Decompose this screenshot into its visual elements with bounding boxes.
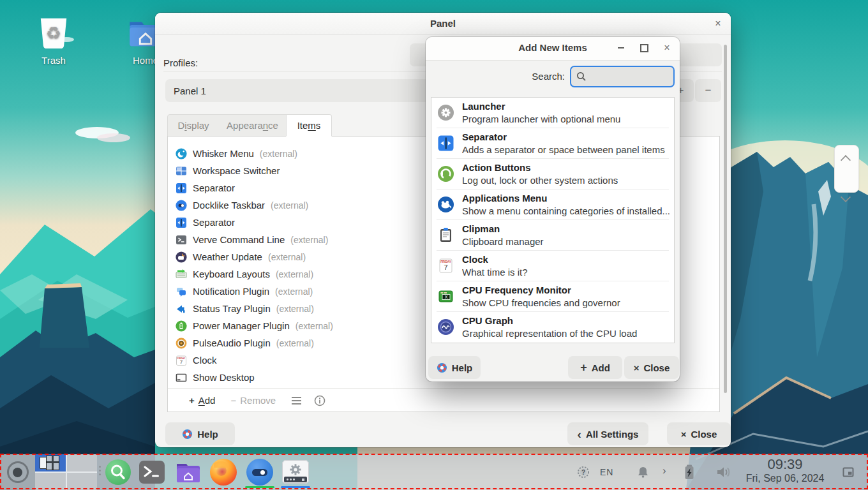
move-down-button[interactable] — [835, 168, 858, 191]
svg-text:7: 7 — [444, 264, 447, 271]
close-icon: × — [664, 42, 670, 53]
reorder-items-button[interactable] — [291, 396, 302, 405]
docklike-app-button[interactable] — [246, 459, 273, 486]
updates-question-icon[interactable]: ? — [576, 465, 590, 479]
weather-update-icon — [176, 251, 187, 263]
close-icon: × — [681, 429, 687, 440]
record-tile[interactable] — [0, 454, 35, 490]
info-icon[interactable] — [314, 395, 326, 406]
expander-chevron-icon[interactable]: › — [662, 464, 666, 477]
close-icon: × — [715, 18, 721, 29]
panel-titlebar[interactable]: Panel × — [155, 13, 731, 35]
dialog-item-cpu-frequency-monitor[interactable]: X CPU Frequency Monitor Show CPU frequen… — [431, 281, 674, 312]
mini-window — [46, 456, 59, 470]
help-lifebuoy-icon — [182, 429, 193, 440]
file-manager-button[interactable] — [175, 459, 202, 486]
notifications-bell-icon[interactable] — [637, 466, 649, 479]
dialog-close-footer-button[interactable]: × Close — [624, 356, 679, 379]
window-scrollbar[interactable] — [722, 41, 728, 424]
cpu-frequency-monitor-icon: X — [437, 288, 454, 305]
docklike-taskbar-icon — [176, 200, 187, 211]
minimize-icon — [618, 47, 624, 48]
tab-appearance[interactable]: Appearance — [219, 114, 287, 137]
show-desktop-button[interactable] — [842, 467, 854, 477]
close-icon: × — [634, 362, 640, 373]
svg-text:♻: ♻ — [46, 24, 61, 43]
tab-display[interactable]: Display — [167, 114, 220, 137]
terminal-button[interactable] — [138, 459, 165, 486]
minimize-button[interactable] — [615, 41, 627, 54]
dialog-help-button[interactable]: Help — [428, 356, 481, 379]
dialog-item-separator[interactable]: Separator Adds a separator or space betw… — [431, 128, 674, 159]
pulseaudio-plugin-icon — [176, 338, 187, 349]
plus-icon: + — [580, 361, 587, 375]
plus-icon: + — [189, 395, 195, 406]
show-desktop-icon — [176, 372, 187, 383]
dialog-item-action-buttons[interactable]: Action Buttons Log out, lock or other sy… — [431, 159, 674, 189]
tab-items[interactable]: Items — [286, 114, 332, 137]
docklike-icon — [252, 469, 267, 476]
minus-icon: − — [230, 395, 236, 406]
panel-close-button[interactable]: × — [712, 17, 724, 30]
search-label: Search: — [532, 71, 565, 82]
move-up-button[interactable] — [835, 145, 858, 168]
home-label: Home — [133, 55, 158, 66]
search-field[interactable] — [570, 66, 675, 87]
keyboard-layout-indicator[interactable]: EN — [600, 467, 613, 477]
dialog-close-button[interactable]: × — [661, 41, 673, 54]
settings-manager-button[interactable] — [282, 459, 309, 486]
remove-panel-button[interactable]: − — [695, 79, 721, 102]
power-manager-plugin-icon — [176, 320, 187, 332]
clock[interactable]: 09:39 Fri, Sep 06, 2024 — [734, 457, 836, 485]
applications-menu-icon — [437, 196, 454, 213]
workspace-4[interactable] — [67, 473, 98, 490]
workspace-1-active[interactable] — [35, 454, 66, 471]
remove-item-button[interactable]: − Remove — [230, 395, 276, 406]
notification-plugin-icon — [176, 286, 187, 297]
dialog-item-clock[interactable]: FRIDAY7 Clock What time is it? — [431, 251, 674, 281]
search-input[interactable] — [587, 71, 666, 83]
panel-grip-icon[interactable] — [98, 466, 101, 479]
workspace-3[interactable] — [35, 473, 66, 490]
panel-selector-value: Panel 1 — [174, 85, 206, 96]
firefox-button[interactable] — [210, 459, 237, 486]
add-item-button[interactable]: + Add — [189, 395, 215, 406]
desktop-icon-trash[interactable]: ♻ Trash — [25, 15, 82, 66]
maximize-icon — [640, 44, 648, 52]
add-new-items-dialog: Add New Items × Search: Launcher Program… — [426, 37, 680, 382]
dialog-item-applications-menu[interactable]: Applications Menu Show a menu containing… — [431, 189, 674, 220]
dialog-item-launcher[interactable]: Launcher Program launcher with optional … — [431, 98, 674, 128]
workspace-2[interactable] — [67, 454, 98, 471]
running-indicator-blue — [281, 486, 310, 488]
dialog-item-clipman[interactable]: Clipman Clipboard manager — [431, 220, 674, 251]
separator-icon — [437, 135, 454, 152]
close-button[interactable]: × Close — [667, 422, 731, 445]
workspace-switcher-icon — [176, 165, 187, 177]
workspace-switcher[interactable] — [35, 454, 97, 490]
volume-icon[interactable] — [716, 465, 731, 479]
minus-icon: − — [705, 84, 712, 97]
panel-window-title: Panel — [155, 18, 731, 29]
app-finder-button[interactable] — [105, 459, 131, 486]
running-indicator-green — [245, 486, 274, 488]
dialog-item-cpu-graph[interactable]: CPU Graph Graphical representation of th… — [431, 312, 674, 343]
svg-text:X: X — [445, 295, 448, 299]
clipman-icon — [437, 226, 454, 244]
item-external-badge: (external) — [260, 149, 297, 159]
clock-date: Fri, Sep 06, 2024 — [734, 472, 836, 485]
cpu-graph-icon — [437, 318, 454, 336]
terminal-icon — [139, 461, 165, 484]
help-lifebuoy-icon — [437, 362, 447, 373]
dialog-titlebar[interactable]: Add New Items × — [426, 37, 680, 61]
available-items-list: Launcher Program launcher with optional … — [431, 97, 675, 343]
dialog-add-button[interactable]: + Add — [568, 356, 622, 379]
all-settings-button[interactable]: ‹ All Settings — [567, 422, 648, 445]
items-toolbar: + Add − Remove — [168, 388, 719, 412]
help-button[interactable]: Help — [165, 422, 235, 445]
battery-icon[interactable] — [683, 464, 696, 480]
search-icon — [576, 71, 587, 82]
maximize-button[interactable] — [638, 41, 650, 54]
scrollbar-thumb[interactable] — [724, 45, 727, 393]
separator-icon — [176, 182, 187, 194]
magnifier-icon — [105, 459, 131, 485]
